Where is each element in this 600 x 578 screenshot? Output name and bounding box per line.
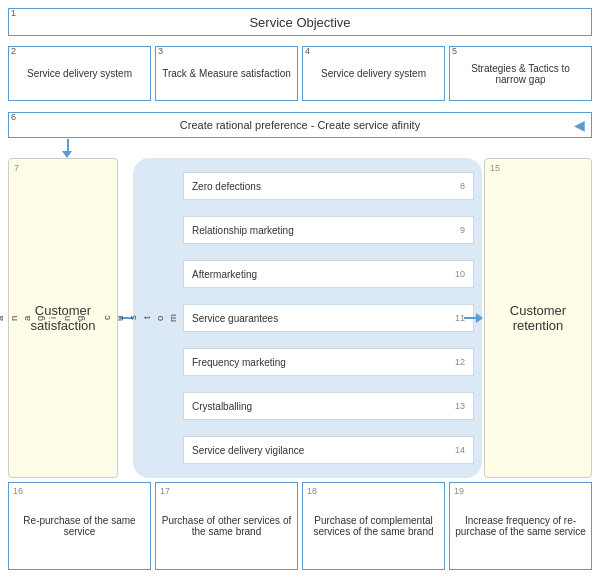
item-10-num: 10 xyxy=(455,269,465,279)
items-list: Zero defections 8 Relationship marketing… xyxy=(183,166,474,470)
item-11-label: Service guarantees xyxy=(192,313,278,324)
item-9-num: 9 xyxy=(460,225,465,235)
badge-2: 2 xyxy=(11,46,16,56)
vertical-text-container: Managing customer defection xyxy=(137,168,181,468)
badge-3: 3 xyxy=(158,46,163,56)
item-row-13: Crystalballing 13 xyxy=(183,392,474,420)
badge-17: 17 xyxy=(160,486,170,496)
arrow-right-icon-2 xyxy=(476,313,483,323)
customer-retention-label: Customer retention xyxy=(495,303,581,333)
item-row-12: Frequency marketing 12 xyxy=(183,348,474,376)
bottom-box-19: 19 Increase frequency of re-purchase of … xyxy=(449,482,592,570)
badge-1: 1 xyxy=(11,8,16,18)
top-box-4-label: Service delivery system xyxy=(321,68,426,79)
badge-19: 19 xyxy=(454,486,464,496)
service-objective-box: 1 Service Objective xyxy=(8,8,592,36)
item-14-label: Service delivery vigilance xyxy=(192,445,304,456)
badge-7: 7 xyxy=(14,163,19,173)
item-8-num: 8 xyxy=(460,181,465,191)
bottom-box-16-label: Re-purchase of the same service xyxy=(14,515,145,537)
blue-block: Managing customer defection Zero defecti… xyxy=(133,158,482,478)
preference-bar: 6 Create rational preference - Create se… xyxy=(8,112,592,138)
item-12-label: Frequency marketing xyxy=(192,357,286,368)
top-box-3-label: Track & Measure satisfaction xyxy=(162,68,291,79)
item-12-num: 12 xyxy=(455,357,465,367)
connector-h-2 xyxy=(464,317,476,319)
item-10-label: Aftermarketing xyxy=(192,269,257,280)
main-area: 7 Customer satisfaction Managing custome… xyxy=(8,158,592,478)
service-objective-title: Service Objective xyxy=(249,15,350,30)
badge-15: 15 xyxy=(490,163,500,173)
bottom-box-17: 17 Purchase of other services of the sam… xyxy=(155,482,298,570)
item-13-num: 13 xyxy=(455,401,465,411)
arrow-right-connector-2 xyxy=(462,313,483,323)
item-row-10: Aftermarketing 10 xyxy=(183,260,474,288)
top-box-2: 2 Service delivery system xyxy=(8,46,151,101)
arrow-left-icon: ◀ xyxy=(574,117,585,133)
bottom-box-19-label: Increase frequency of re-purchase of the… xyxy=(455,515,586,537)
bottom-box-18: 18 Purchase of complemental services of … xyxy=(302,482,445,570)
diagram: 1 Service Objective 2 Service delivery s… xyxy=(0,0,600,578)
item-row-9: Relationship marketing 9 xyxy=(183,216,474,244)
top-box-2-label: Service delivery system xyxy=(27,68,132,79)
arrow-down-icon xyxy=(62,151,72,158)
badge-5: 5 xyxy=(452,46,457,56)
item-9-label: Relationship marketing xyxy=(192,225,294,236)
top-row: 2 Service delivery system 3 Track & Meas… xyxy=(8,46,592,101)
item-14-num: 14 xyxy=(455,445,465,455)
item-row-14: Service delivery vigilance 14 xyxy=(183,436,474,464)
item-row-8: Zero defections 8 xyxy=(183,172,474,200)
top-box-5-label: Strategies & Tactics to narrow gap xyxy=(455,63,586,85)
customer-retention-box: 15 Customer retention xyxy=(484,158,592,478)
bottom-box-17-label: Purchase of other services of the same b… xyxy=(161,515,292,537)
badge-6: 6 xyxy=(11,112,16,122)
bottom-box-16: 16 Re-purchase of the same service xyxy=(8,482,151,570)
item-8-label: Zero defections xyxy=(192,181,261,192)
badge-18: 18 xyxy=(307,486,317,496)
bottom-box-18-label: Purchase of complemental services of the… xyxy=(308,515,439,537)
item-row-11: Service guarantees 11 xyxy=(183,304,474,332)
badge-4: 4 xyxy=(305,46,310,56)
connector-v-down xyxy=(67,139,69,151)
badge-16: 16 xyxy=(13,486,23,496)
bottom-row: 16 Re-purchase of the same service 17 Pu… xyxy=(8,482,592,570)
item-13-label: Crystalballing xyxy=(192,401,252,412)
preference-label: Create rational preference - Create serv… xyxy=(180,119,420,131)
top-box-3: 3 Track & Measure satisfaction xyxy=(155,46,298,101)
top-box-4: 4 Service delivery system xyxy=(302,46,445,101)
top-box-5: 5 Strategies & Tactics to narrow gap xyxy=(449,46,592,101)
